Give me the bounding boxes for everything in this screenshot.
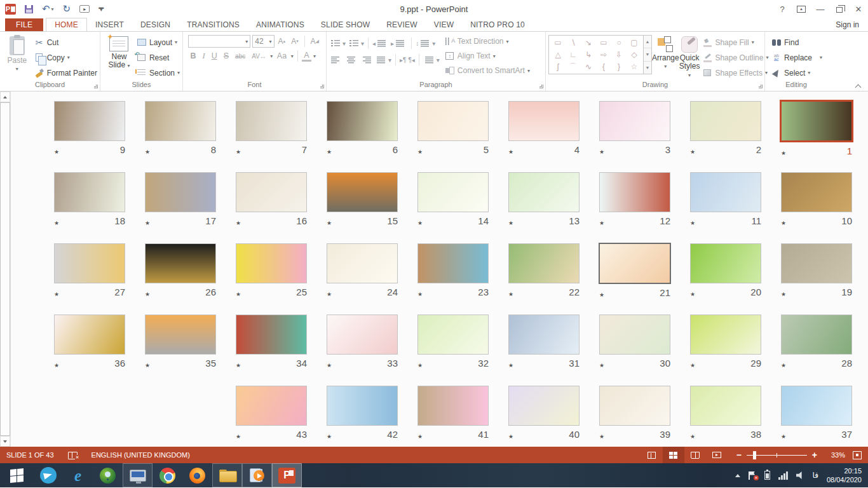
shape-icon[interactable]: ↳ xyxy=(585,51,592,58)
animation-star-icon[interactable]: ★ xyxy=(599,149,604,155)
slide-thumbnail-27[interactable] xyxy=(54,243,125,283)
slide-thumbnail-8[interactable] xyxy=(145,101,216,141)
animation-star-icon[interactable]: ★ xyxy=(236,433,241,440)
slide-thumbnail-7[interactable] xyxy=(236,101,307,141)
align-left-button[interactable] xyxy=(329,57,342,64)
animation-star-icon[interactable]: ★ xyxy=(690,149,695,155)
animation-star-icon[interactable]: ★ xyxy=(327,149,332,155)
normal-view-button[interactable] xyxy=(641,447,663,463)
animation-star-icon[interactable]: ★ xyxy=(236,220,241,226)
animation-star-icon[interactable]: ★ xyxy=(327,362,332,369)
collapse-ribbon-icon[interactable] xyxy=(856,83,862,87)
slide-show-button[interactable] xyxy=(706,447,728,463)
bold-button[interactable]: B xyxy=(188,51,198,60)
tab-animations[interactable]: ANIMATIONS xyxy=(248,18,313,32)
decrease-indent-icon[interactable]: ◂ xyxy=(372,40,389,47)
sign-in-link[interactable]: Sign in xyxy=(836,20,859,29)
volume-icon[interactable] xyxy=(796,471,804,479)
slide-thumbnail-30[interactable] xyxy=(599,315,670,355)
animation-star-icon[interactable]: ★ xyxy=(54,362,59,369)
slide-thumbnail-13[interactable] xyxy=(508,172,580,212)
bullets-button[interactable]: ▾ xyxy=(329,40,346,47)
animation-star-icon[interactable]: ★ xyxy=(54,220,59,226)
animation-star-icon[interactable]: ★ xyxy=(236,149,241,155)
animation-star-icon[interactable]: ★ xyxy=(508,220,513,226)
shape-effects-button[interactable]: Shape Effects▾ xyxy=(702,66,768,79)
tab-design[interactable]: DESIGN xyxy=(132,18,179,32)
animation-star-icon[interactable]: ★ xyxy=(781,291,786,297)
animation-star-icon[interactable]: ★ xyxy=(327,291,332,297)
animation-star-icon[interactable]: ★ xyxy=(54,149,59,155)
text-direction-button[interactable]: Text Direction▾ xyxy=(445,35,530,48)
strikethrough-button[interactable]: abc xyxy=(233,53,248,60)
animation-star-icon[interactable]: ★ xyxy=(417,433,423,440)
slide-thumbnail-38[interactable] xyxy=(690,386,761,426)
select-button[interactable]: Select▾ xyxy=(771,66,822,79)
slide-thumbnail-26[interactable] xyxy=(145,243,216,283)
shape-icon[interactable]: ⇩ xyxy=(616,51,622,58)
restore-icon[interactable] xyxy=(830,1,849,17)
zoom-in-button[interactable]: + xyxy=(812,451,817,459)
network-signal-icon[interactable] xyxy=(778,471,788,480)
shape-icon[interactable]: ∿ xyxy=(585,63,592,71)
animation-star-icon[interactable]: ★ xyxy=(145,149,150,155)
justify-button[interactable]: ▾ xyxy=(375,57,391,64)
scroll-down-icon[interactable] xyxy=(0,436,10,447)
animation-star-icon[interactable]: ★ xyxy=(417,149,423,155)
underline-button[interactable]: U xyxy=(209,51,219,60)
slide-thumbnail-11[interactable] xyxy=(690,172,761,212)
taskbar-telegram[interactable] xyxy=(33,463,63,487)
align-text-button[interactable]: ↕Align Text▾ xyxy=(445,50,530,62)
numbering-button[interactable]: ▾ xyxy=(348,40,364,47)
columns-button[interactable]: ▾ xyxy=(423,57,440,64)
drawing-dialog-launcher-icon[interactable] xyxy=(759,85,763,88)
taskbar-media-player[interactable] xyxy=(242,463,272,487)
tab-insert[interactable]: INSERT xyxy=(87,18,132,32)
input-language-indicator[interactable]: فا xyxy=(813,471,818,480)
start-button[interactable] xyxy=(0,463,33,487)
clear-formatting-icon[interactable]: A◢ xyxy=(309,37,321,46)
shape-icon[interactable]: ↘ xyxy=(585,39,592,46)
slide-thumbnail-23[interactable] xyxy=(417,243,489,283)
taskbar-firefox[interactable] xyxy=(182,463,212,487)
align-center-button[interactable] xyxy=(344,57,358,64)
slide-thumbnail-40[interactable] xyxy=(508,386,580,426)
animation-star-icon[interactable]: ★ xyxy=(781,150,786,156)
shape-icon[interactable]: ▭ xyxy=(554,39,561,46)
slide-thumbnail-28[interactable] xyxy=(781,315,852,355)
animation-star-icon[interactable]: ★ xyxy=(145,220,150,226)
battery-icon[interactable] xyxy=(764,471,770,480)
slide-thumbnail-12[interactable] xyxy=(599,172,670,212)
clipboard-dialog-launcher-icon[interactable] xyxy=(94,85,98,88)
character-spacing-button[interactable]: AV↔ xyxy=(250,53,269,60)
close-icon[interactable]: ✕ xyxy=(849,1,868,17)
zoom-out-button[interactable]: − xyxy=(736,451,742,459)
slide-thumbnail-36[interactable] xyxy=(54,315,125,355)
action-center-icon[interactable]: ✕ xyxy=(749,471,756,480)
slide-thumbnail-31[interactable] xyxy=(508,315,580,355)
animation-star-icon[interactable]: ★ xyxy=(145,362,150,369)
animation-star-icon[interactable]: ★ xyxy=(599,292,604,298)
tab-file[interactable]: FILE xyxy=(5,18,43,32)
shape-icon[interactable]: ☆ xyxy=(631,63,638,71)
font-color-button[interactable]: A xyxy=(302,51,311,62)
shape-icon[interactable]: ○ xyxy=(616,39,621,46)
shape-outline-button[interactable]: Shape Outline▾ xyxy=(702,51,768,64)
ribbon-display-options-icon[interactable]: ▴ xyxy=(792,1,811,17)
zoom-slider-thumb[interactable] xyxy=(753,451,756,459)
slide-thumbnail-18[interactable] xyxy=(54,172,125,212)
animation-star-icon[interactable]: ★ xyxy=(599,362,604,369)
slide-counter[interactable]: SLIDE 1 OF 43 xyxy=(6,451,54,459)
slide-thumbnail-15[interactable] xyxy=(327,172,398,212)
slide-thumbnail-19[interactable] xyxy=(781,243,852,283)
vertical-scrollbar[interactable] xyxy=(0,92,11,447)
section-button[interactable]: Section▾ xyxy=(137,66,180,79)
animation-star-icon[interactable]: ★ xyxy=(690,291,695,297)
find-button[interactable]: Find xyxy=(771,36,822,49)
slide-thumbnail-42[interactable] xyxy=(327,386,398,426)
animation-star-icon[interactable]: ★ xyxy=(781,362,786,369)
slide-thumbnail-34[interactable] xyxy=(236,315,307,355)
replace-button[interactable]: abacReplace▾ xyxy=(771,51,822,64)
tab-transitions[interactable]: TRANSITIONS xyxy=(179,18,248,32)
slide-thumbnail-21[interactable] xyxy=(599,243,671,284)
